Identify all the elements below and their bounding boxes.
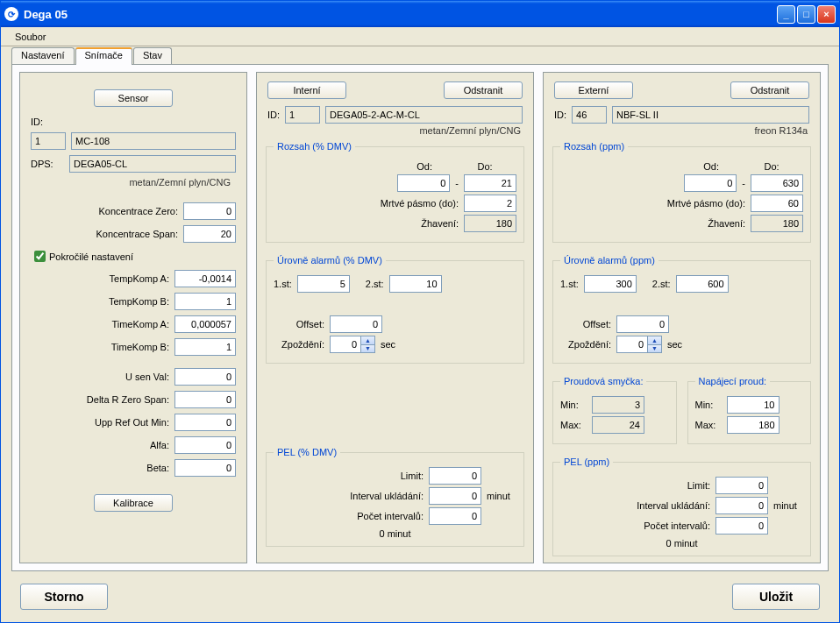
- right-mrtve-label: Mrtvé pásmo (do):: [560, 198, 745, 209]
- loop-min-field[interactable]: [592, 396, 644, 414]
- mid-offset-field[interactable]: [330, 315, 382, 333]
- mid-st1-field[interactable]: [297, 275, 350, 293]
- power-max-field[interactable]: [727, 416, 779, 434]
- advanced-checkbox-row[interactable]: Pokročilé nastavení: [34, 251, 236, 262]
- usenval-field[interactable]: [174, 368, 236, 386]
- right-mrtve-field[interactable]: [751, 195, 803, 212]
- right-zhaveni-field[interactable]: [751, 215, 803, 232]
- mid-alarm-legend: Úrovně alarmů (% DMV): [274, 255, 386, 265]
- right-zpozdeni-field[interactable]: [616, 336, 648, 353]
- power-max-label: Max:: [695, 420, 722, 430]
- right-rozsah-legend: Rozsah (ppm): [560, 141, 628, 152]
- right-pel-legend: PEL (ppm): [560, 457, 613, 467]
- mid-zpozdeni-label: Zpoždění:: [274, 339, 324, 350]
- right-limit-field[interactable]: [715, 477, 768, 494]
- right-interval-label: Interval ukládání:: [560, 500, 710, 511]
- sensor-button[interactable]: Sensor: [94, 89, 173, 107]
- advanced-checkbox-label: Pokročilé nastavení: [49, 251, 133, 262]
- right-rozsah-group: Rozsah (ppm) Od: Do: - Mrtvé pásmo (do):…: [552, 141, 811, 243]
- mid-rozsah-group: Rozsah (% DMV) Od: Do: - Mrtvé pásmo (do…: [266, 141, 524, 243]
- kalibrace-button[interactable]: Kalibrace: [94, 494, 173, 512]
- dps-field[interactable]: [69, 155, 236, 173]
- loop-max-field[interactable]: [592, 416, 644, 434]
- konc-zero-field[interactable]: [183, 202, 236, 220]
- client-area: Nastavení Snímače Stav Sensor ID: DPS:: [4, 46, 836, 619]
- mid-st2-label: 2.st:: [366, 279, 384, 289]
- spinner-up-icon[interactable]: ▲: [361, 336, 374, 345]
- right-pel-group: PEL (ppm) Limit: Interval ukládání:minut…: [552, 457, 811, 556]
- right-pocet-field[interactable]: [715, 517, 768, 535]
- sensor-name-field[interactable]: [71, 132, 236, 150]
- sensor-id-field[interactable]: [31, 132, 66, 150]
- minimize-button[interactable]: _: [777, 5, 795, 24]
- mid-do-field[interactable]: [464, 174, 516, 192]
- deltar-field[interactable]: [174, 391, 236, 408]
- mid-rozsah-legend: Rozsah (% DMV): [274, 141, 355, 152]
- mid-pocet-field[interactable]: [429, 507, 481, 525]
- right-od-field[interactable]: [684, 174, 737, 192]
- right-id-field[interactable]: [572, 106, 607, 124]
- mid-pocet-label: Počet intervalů:: [274, 511, 424, 521]
- titlebar[interactable]: ⟳ Dega 05 _ □ ×: [1, 1, 839, 27]
- mid-limit-field[interactable]: [429, 467, 481, 485]
- external-panel: Externí Odstranit ID: freon R134a Rozsah…: [543, 72, 821, 563]
- uppref-field[interactable]: [174, 414, 236, 431]
- mid-interval-label: Interval ukládání:: [274, 491, 424, 501]
- mid-alarm-group: Úrovně alarmů (% DMV) 1.st: 2.st: Offset…: [266, 255, 524, 364]
- mid-id-field[interactable]: [285, 106, 320, 124]
- timekomp-b-field[interactable]: [174, 338, 236, 356]
- right-name-field[interactable]: [612, 106, 809, 124]
- mid-minut-total: 0 minut: [274, 528, 516, 539]
- deltar-label: Delta R Zero Span:: [31, 394, 169, 405]
- tabs: Nastavení Snímače Stav: [11, 46, 836, 64]
- mid-mrtve-label: Mrtvé pásmo (do):: [274, 198, 459, 209]
- mid-id-label: ID:: [267, 110, 280, 120]
- timekomp-a-field[interactable]: [174, 315, 236, 333]
- right-do-field[interactable]: [751, 174, 803, 192]
- interni-button[interactable]: Interní: [267, 81, 346, 99]
- right-st1-label: 1.st:: [560, 279, 579, 289]
- konc-span-field[interactable]: [183, 225, 236, 243]
- spinner-down-icon[interactable]: ▼: [361, 345, 374, 353]
- mid-zhaveni-field[interactable]: [464, 215, 516, 232]
- main-window: ⟳ Dega 05 _ □ × Soubor Nastavení Snímače…: [0, 0, 840, 623]
- tab-stav[interactable]: Stav: [133, 47, 172, 65]
- right-zpozdeni-spinner[interactable]: ▲▼: [616, 336, 662, 353]
- mid-od-field[interactable]: [397, 174, 450, 192]
- tab-snimace[interactable]: Snímače: [75, 47, 132, 65]
- mid-zpozdeni-field[interactable]: [330, 336, 361, 353]
- right-offset-field[interactable]: [616, 315, 669, 333]
- power-min-field[interactable]: [727, 396, 779, 414]
- close-button[interactable]: ×: [817, 5, 836, 24]
- tab-content: Sensor ID: DPS: metan/Zemní plyn/CNG Kon…: [11, 64, 829, 571]
- right-minut-label: minut: [773, 500, 803, 511]
- spinner-down-icon[interactable]: ▼: [648, 345, 661, 353]
- mid-interval-field[interactable]: [429, 487, 481, 505]
- advanced-checkbox[interactable]: [34, 251, 46, 262]
- tab-nastaveni[interactable]: Nastavení: [11, 47, 75, 65]
- right-od-label: Od:: [703, 161, 719, 172]
- odstranit-externi-button[interactable]: Odstranit: [730, 81, 809, 99]
- loop-group: Proudová smyčka: Min: Max:: [552, 376, 677, 444]
- mid-zpozdeni-spinner[interactable]: ▲▼: [330, 336, 375, 353]
- mid-limit-label: Limit:: [274, 471, 424, 481]
- ulozit-button[interactable]: Uložit: [732, 584, 820, 610]
- right-interval-field[interactable]: [715, 497, 768, 514]
- menu-soubor[interactable]: Soubor: [8, 30, 53, 44]
- storno-button[interactable]: Storno: [20, 584, 108, 610]
- right-zhaveni-label: Žhavení:: [560, 218, 745, 229]
- tempkomp-b-field[interactable]: [174, 293, 236, 310]
- maximize-button[interactable]: □: [797, 5, 815, 24]
- tempkomp-b-label: TempKomp B:: [31, 296, 169, 307]
- beta-field[interactable]: [174, 459, 236, 477]
- mid-name-field[interactable]: [325, 106, 523, 124]
- externi-button[interactable]: Externí: [554, 81, 633, 99]
- mid-mrtve-field[interactable]: [464, 195, 516, 212]
- right-st2-field[interactable]: [676, 275, 729, 293]
- odstranit-interni-button[interactable]: Odstranit: [444, 81, 523, 99]
- mid-st2-field[interactable]: [389, 275, 442, 293]
- right-st1-field[interactable]: [584, 275, 637, 293]
- spinner-up-icon[interactable]: ▲: [648, 336, 661, 345]
- alfa-field[interactable]: [174, 436, 236, 454]
- tempkomp-a-field[interactable]: [174, 270, 236, 287]
